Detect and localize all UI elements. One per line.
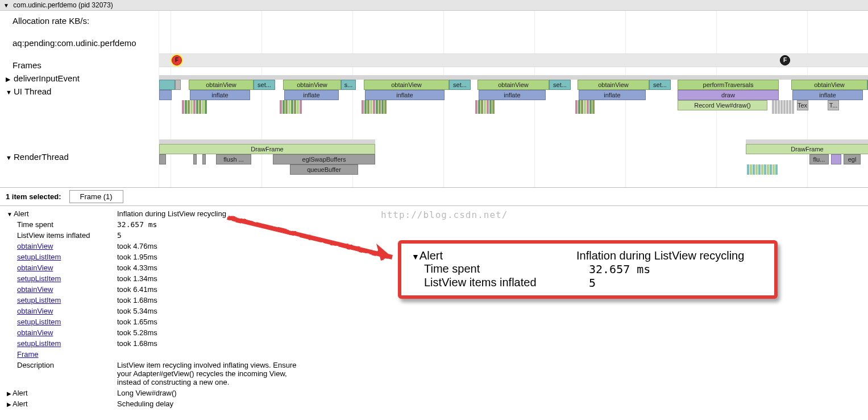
collapse-arrow-icon[interactable]: ▼	[3, 2, 9, 9]
link-row[interactable]: setupListItemtook 1.68ms	[0, 295, 315, 306]
egl-block[interactable]: egl	[844, 154, 861, 164]
alloc-rate-label: Allocation rate KB/s:	[6, 14, 153, 27]
inflate-block[interactable]: inflate	[579, 90, 646, 100]
frame-marker-bad[interactable]: F	[172, 55, 182, 65]
drawframe-block[interactable]: DrawFrame	[746, 144, 868, 154]
inflate-block[interactable]: inflate	[284, 90, 339, 100]
draw-block[interactable]: draw	[678, 90, 779, 100]
annotation-callout: ▼AlertInflation during ListView recyclin…	[398, 240, 778, 299]
trace-bars[interactable]	[362, 100, 387, 114]
obtainview-block[interactable]: obtainView	[283, 80, 341, 90]
link-row[interactable]: obtainViewtook 5.28ms	[0, 327, 315, 338]
items-inflated-row: ListView items inflated 5	[0, 230, 315, 241]
obtainview-block[interactable]: obtainView	[477, 80, 549, 90]
link-row[interactable]: Frame	[0, 349, 315, 360]
link-row[interactable]: setupListItemtook 1.95ms	[0, 252, 315, 262]
process-header[interactable]: ▼ com.udinic.perfdemo (pid 32073)	[0, 0, 868, 11]
inflate-block[interactable]: inflate	[365, 90, 445, 100]
trace-bars[interactable]	[182, 100, 207, 114]
link-row[interactable]: obtainViewtook 5.34ms	[0, 306, 315, 316]
tri-right-icon: ▶	[7, 401, 11, 407]
eglswap-block[interactable]: eglSwapBuffers	[273, 154, 375, 164]
frame-marker[interactable]: F	[780, 55, 790, 65]
trace-block[interactable]	[831, 154, 841, 164]
trace-block[interactable]	[159, 90, 172, 100]
drawframe-block[interactable]: DrawFrame	[159, 144, 375, 154]
trace-sidebar: Allocation rate KB/s: aq:pending:com.udi…	[0, 11, 159, 187]
flush-block[interactable]: flush ...	[216, 154, 251, 164]
tri-right-icon: ▶	[7, 390, 11, 397]
selection-tab[interactable]: Frame (1)	[69, 190, 123, 203]
process-label: com.udinic.perfdemo (pid 32073)	[13, 1, 113, 9]
set-block[interactable]: set...	[254, 80, 275, 90]
thread-slice[interactable]	[159, 139, 375, 144]
inflate-block[interactable]: inflate	[190, 90, 250, 100]
set-block[interactable]: s...	[341, 80, 356, 90]
thread-slice[interactable]	[159, 75, 868, 80]
selection-count: 1 item selected:	[6, 192, 61, 201]
trace-bars[interactable]	[772, 100, 795, 114]
thread-slice[interactable]	[791, 75, 868, 80]
link-row[interactable]: obtainViewtook 4.33ms	[0, 262, 315, 273]
link-row[interactable]: obtainViewtook 4.76ms	[0, 241, 315, 252]
link-row[interactable]: setupListItemtook 1.34ms	[0, 273, 315, 284]
ui-thread-row[interactable]: ▼UI Thread	[6, 85, 153, 98]
link-row[interactable]: setupListItemtook 1.65ms	[0, 316, 315, 327]
obtainview-block[interactable]: obtainView	[578, 80, 649, 90]
alert-collapsed-row[interactable]: ▶Alert Scheduling delay	[0, 398, 315, 409]
inflate-block[interactable]: inflate	[479, 90, 546, 100]
render-thread-row[interactable]: ▼RenderThread	[6, 150, 153, 163]
obtainview-block[interactable]: obtainView	[189, 80, 254, 90]
selection-header: 1 item selected: Frame (1)	[0, 188, 868, 206]
link-row[interactable]: setupListItemtook 1.68ms	[0, 338, 315, 349]
tri-down-icon: ▼	[6, 89, 11, 96]
set-block[interactable]: set...	[649, 80, 671, 90]
tri-down-icon: ▼	[7, 211, 13, 217]
trace-layout: Allocation rate KB/s: aq:pending:com.udi…	[0, 11, 868, 188]
detail-table: ▼Alert Inflation during ListView recycli…	[0, 208, 315, 409]
thread-slice[interactable]	[746, 139, 868, 144]
trace-bars[interactable]	[747, 164, 778, 175]
record-draw-block[interactable]: Record View#draw()	[678, 100, 767, 110]
alert-row[interactable]: ▼Alert Inflation during ListView recycli…	[0, 208, 315, 219]
trace-bars[interactable]	[575, 100, 595, 114]
t-block[interactable]: T...	[828, 100, 839, 110]
frames-row: F F	[159, 53, 868, 67]
trace-bars[interactable]	[475, 100, 495, 114]
perform-traversals-block[interactable]: performTraversals	[678, 80, 779, 90]
watermark: http://blog.csdn.net/	[381, 209, 508, 220]
trace-block[interactable]	[159, 154, 166, 164]
obtainview-block[interactable]: obtainView	[364, 80, 449, 90]
aq-pending-label: aq:pending:com.udinic.perfdemo	[6, 36, 153, 50]
tex-block[interactable]: Tex...	[797, 100, 808, 110]
trace-block[interactable]	[159, 80, 175, 90]
frames-label: Frames	[6, 59, 153, 72]
trace-block[interactable]	[202, 154, 206, 164]
set-block[interactable]: set...	[549, 80, 571, 90]
trace-bars[interactable]	[280, 100, 302, 114]
set-block[interactable]: set...	[449, 80, 471, 90]
tri-right-icon: ▶	[6, 76, 11, 83]
flu-block[interactable]: flu...	[809, 154, 829, 164]
tri-down-icon: ▼	[6, 154, 11, 161]
description-row: Description ListView item recycling invo…	[0, 360, 315, 388]
link-row[interactable]: obtainViewtook 6.41ms	[0, 284, 315, 295]
queuebuffer-block[interactable]: queueBuffer	[290, 164, 358, 175]
trace-block[interactable]	[175, 80, 181, 90]
trace-block[interactable]	[193, 154, 197, 164]
inflate-block[interactable]: inflate	[792, 90, 863, 100]
alert-collapsed-row[interactable]: ▶Alert Long View#draw()	[0, 388, 315, 398]
timeline-canvas[interactable]: F F obtainView set... obtainView s... ob…	[159, 11, 868, 187]
time-spent-row: Time spent 32.657 ms	[0, 219, 315, 230]
deliver-input-row[interactable]: ▶deliverInputEvent	[6, 72, 153, 85]
obtainview-block[interactable]: obtainView	[791, 80, 867, 90]
detail-panel: http://blog.csdn.net/ ▼Alert Inflation d…	[0, 206, 868, 420]
